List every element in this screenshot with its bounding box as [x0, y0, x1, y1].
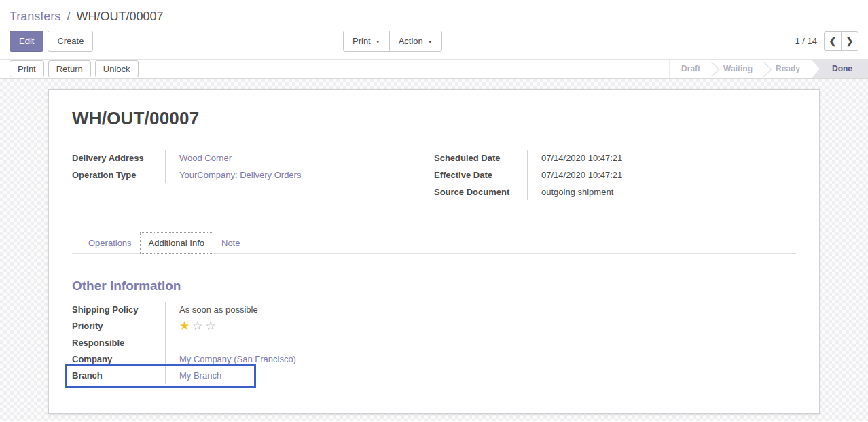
company-link[interactable]: My Company (San Francisco) [179, 354, 296, 364]
field-row-responsible: Responsible [72, 335, 434, 351]
effective-date-label: Effective Date [434, 166, 527, 183]
field-row-source-document: Source Document outgoing shipment [434, 183, 796, 200]
caret-down-icon: ▼ [376, 39, 380, 44]
shipping-policy-value: As soon as possible [165, 302, 434, 318]
odoo-window: Transfers / WH/OUT/00007 Edit Create Pri… [0, 0, 868, 421]
breadcrumb-current: WH/OUT/00007 [76, 10, 163, 23]
edit-button[interactable]: Edit [10, 31, 43, 52]
company-label: Company [72, 351, 165, 368]
branch-label: Branch [72, 368, 165, 384]
field-row-scheduled-date: Scheduled Date 07/14/2020 10:47:21 [434, 150, 796, 166]
form-statusbar-toolbar: Print Return Unlock Draft Waiting Ready … [0, 59, 868, 79]
scheduled-date-label: Scheduled Date [434, 150, 527, 166]
delivery-address-link[interactable]: Wood Corner [179, 153, 232, 163]
pager-value: 1 / 14 [795, 36, 817, 46]
effective-date-value: 07/14/2020 10:47:21 [527, 166, 796, 183]
responsible-label: Responsible [72, 335, 165, 351]
pager: 1 / 14 ❮ ❯ [795, 31, 858, 51]
scheduled-date-value: 07/14/2020 10:47:21 [527, 150, 796, 166]
form-view-background: WH/OUT/00007 Delivery Address Wood Corne… [0, 79, 868, 421]
unlock-button[interactable]: Unlock [95, 60, 139, 77]
top-field-groups: Delivery Address Wood Corner Operation T… [72, 150, 796, 200]
control-panel-buttons-row: Edit Create Print ▼ Action ▼ 1 / 14 ❮ [10, 31, 858, 59]
source-document-value: outgoing shipment [527, 183, 796, 200]
other-information-heading: Other Information [72, 279, 796, 294]
stage-done-active[interactable]: Done [812, 60, 868, 78]
star-empty-icon[interactable]: ☆ [192, 318, 202, 334]
print-button[interactable]: Print [10, 60, 44, 77]
tab-additional-info[interactable]: Additional Info [140, 232, 213, 254]
responsible-value [165, 335, 434, 351]
other-information-group: Shipping Policy As soon as possible Prio… [72, 302, 434, 384]
return-button[interactable]: Return [48, 60, 91, 77]
priority-value: ★ ☆ ☆ [165, 318, 434, 335]
chevron-right-icon: ❯ [846, 36, 854, 46]
field-row-branch: Branch My Branch [72, 368, 434, 384]
star-empty-icon[interactable]: ☆ [206, 318, 216, 334]
priority-star-rating: ★ ☆ ☆ [179, 318, 216, 334]
source-document-label: Source Document [434, 183, 527, 200]
delivery-address-value: Wood Corner [165, 150, 434, 166]
right-field-group: Scheduled Date 07/14/2020 10:47:21 Effec… [434, 150, 796, 200]
shipping-policy-label: Shipping Policy [72, 302, 165, 318]
field-row-operation-type: Operation Type YourCompany: Delivery Ord… [72, 166, 434, 183]
tab-note[interactable]: Note [213, 232, 248, 253]
field-row-delivery-address: Delivery Address Wood Corner [72, 150, 434, 166]
record-title: WH/OUT/00007 [72, 108, 796, 129]
breadcrumb-separator: / [67, 10, 70, 23]
tab-operations[interactable]: Operations [80, 232, 140, 253]
breadcrumb-transfers-link[interactable]: Transfers [10, 10, 60, 23]
operation-type-link[interactable]: YourCompany: Delivery Orders [179, 170, 301, 180]
field-row-priority: Priority ★ ☆ ☆ [72, 318, 434, 335]
action-dropdown-label: Action [399, 36, 423, 46]
statusbar: Draft Waiting Ready Done [669, 60, 868, 78]
field-row-company: Company My Company (San Francisco) [72, 351, 434, 368]
branch-value: My Branch [165, 368, 434, 384]
notebook-tabs: Operations Additional Info Note [72, 232, 796, 254]
additional-info-tab-panel: Other Information Shipping Policy As soo… [72, 254, 796, 384]
company-value: My Company (San Francisco) [165, 351, 434, 368]
field-row-shipping-policy: Shipping Policy As soon as possible [72, 302, 434, 318]
branch-link[interactable]: My Branch [179, 370, 221, 381]
action-dropdown-button[interactable]: Action ▼ [389, 31, 442, 52]
delivery-address-label: Delivery Address [72, 150, 165, 166]
operation-type-value: YourCompany: Delivery Orders [165, 166, 434, 183]
record-action-buttons: Edit Create [10, 31, 93, 52]
pager-next-button[interactable]: ❯ [841, 31, 858, 51]
priority-label: Priority [72, 318, 165, 335]
star-filled-icon[interactable]: ★ [179, 318, 189, 334]
form-sheet: WH/OUT/00007 Delivery Address Wood Corne… [48, 89, 820, 414]
field-row-effective-date: Effective Date 07/14/2020 10:47:21 [434, 166, 796, 183]
left-field-group: Delivery Address Wood Corner Operation T… [72, 150, 434, 200]
breadcrumb: Transfers / WH/OUT/00007 [10, 8, 858, 24]
print-dropdown-button[interactable]: Print ▼ [343, 31, 390, 52]
operation-type-label: Operation Type [72, 166, 165, 183]
chevron-left-icon: ❮ [829, 36, 837, 46]
create-button[interactable]: Create [48, 31, 93, 52]
caret-down-icon: ▼ [428, 39, 433, 44]
control-panel: Transfers / WH/OUT/00007 Edit Create Pri… [0, 0, 868, 59]
print-dropdown-label: Print [352, 36, 371, 46]
menu-buttons: Print ▼ Action ▼ [343, 31, 442, 52]
pager-previous-button[interactable]: ❮ [824, 31, 842, 51]
